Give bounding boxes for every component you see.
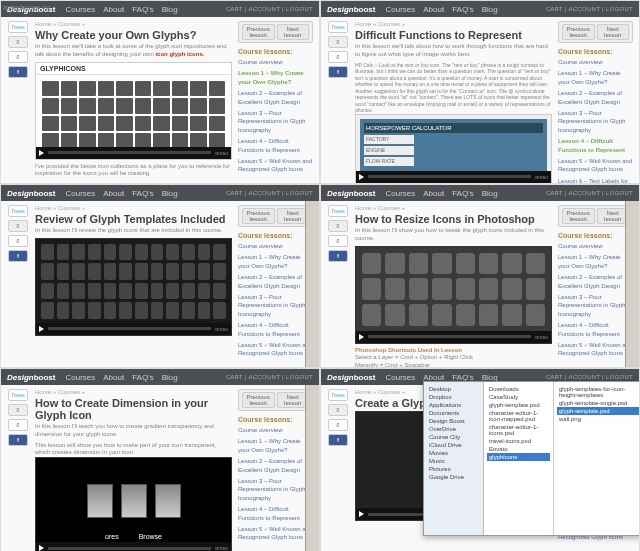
nav-about[interactable]: About	[103, 5, 124, 14]
fb-button[interactable]: f	[8, 66, 28, 78]
lessons-heading: Course lessons:	[238, 48, 313, 55]
finder-item[interactable]: Envato	[487, 445, 550, 453]
finder-item[interactable]: character-editor-1-icon-mapped.psd	[487, 409, 550, 423]
video-controls[interactable]: vimeo	[36, 147, 231, 159]
tweet-count: 0	[8, 36, 28, 48]
finder-loc[interactable]: Applications	[427, 401, 480, 409]
lesson-link[interactable]: Lesson 1 – Why Create your Own Glyphs?	[238, 69, 313, 86]
finder-item[interactable]: travel-icons.psd	[487, 437, 550, 445]
video-player[interactable]: oresBrowse vimeo	[35, 457, 232, 551]
lesson-link[interactable]: Lesson 3 – Poor Representations in Glyph…	[238, 109, 313, 134]
video-player[interactable]: vimeo	[355, 246, 552, 344]
finder-sidebar: Desktop Dropbox Applications Documents D…	[424, 382, 484, 535]
glyph-grid	[36, 75, 231, 155]
page-title: How to Create Dimension in your Glyph Ic…	[35, 397, 232, 421]
ps-toolbar[interactable]	[625, 201, 639, 367]
finder-item[interactable]: glyph-template.psd	[487, 401, 550, 409]
finder-item[interactable]: glyph-template-single.psd	[557, 399, 639, 407]
panel-glyphs: avaxhome.cc Designboost Courses About FA…	[0, 0, 320, 184]
lesson-link[interactable]: Course overview	[238, 58, 313, 66]
glyph-header: GLYPHICONS	[36, 63, 231, 75]
finder-loc[interactable]: Desktop	[427, 385, 480, 393]
finder-loc[interactable]: Design Boost	[427, 417, 480, 425]
prev-lesson[interactable]: Previous lesson	[242, 24, 275, 40]
account-nav[interactable]: CART | ACCOUNT | LOGOUT	[226, 6, 313, 12]
body-note: I've provided the below icon collections…	[35, 163, 232, 179]
video-player[interactable]: GLYPHICONS vimeo	[35, 62, 232, 160]
topbar: Designboost CoursesAboutFAQ'sBlog CART |…	[321, 1, 639, 17]
panel-resize: Designboost CoursesAboutFAQ'sBlog CART |…	[320, 184, 640, 368]
page-title: Why Create your Own Glyphs?	[35, 29, 232, 41]
page-title: Review of Glyph Templates Included	[35, 213, 232, 225]
watermark: avaxhome.cc	[3, 3, 50, 12]
thumbnail-grid: avaxhome.cc Designboost Courses About FA…	[0, 0, 640, 551]
nav-courses[interactable]: Courses	[65, 5, 95, 14]
box-icon	[121, 484, 147, 518]
main-nav: Courses About FAQ's Blog	[65, 5, 177, 14]
finder-loc[interactable]: Documents	[427, 409, 480, 417]
panel-dimension: Designboost CoursesAboutFAQ'sBlog CART |…	[0, 368, 320, 551]
finder-loc[interactable]: OverDrive	[427, 425, 480, 433]
page-title: How to Resize Icons in Photoshop	[355, 213, 552, 225]
tweet-button[interactable]: Tweet	[8, 21, 28, 33]
logo[interactable]: Designboost	[327, 5, 375, 14]
body-note: HP Calc – Look at the rent or buy icon. …	[355, 62, 552, 114]
subtitle: In this lesson we'll take a look at some…	[35, 43, 232, 59]
box-icon	[87, 484, 113, 518]
finder-loc[interactable]: Pictures	[427, 465, 480, 473]
next-lesson[interactable]: Next lesson	[277, 24, 310, 40]
finder-loc[interactable]: iCloud Drive	[427, 441, 480, 449]
box-icon	[155, 484, 181, 518]
video-player[interactable]: HORSEPOWER CALCULATOR FACTORY ENGINE FLO…	[355, 114, 552, 184]
nav-blog[interactable]: Blog	[162, 5, 178, 14]
lesson-link[interactable]: Lesson 5 – Well Known and Recognized Gly…	[238, 157, 313, 174]
ps-icon-grid	[356, 247, 551, 332]
finder-col-1: Downloads CaseStudy glyph-template.psd c…	[484, 382, 554, 535]
finder-loc[interactable]: Course City	[427, 433, 480, 441]
breadcrumb[interactable]: Home » Courses »	[35, 21, 232, 27]
lesson-link[interactable]: Lesson 4 – Difficult Functions to Repres…	[238, 137, 313, 154]
gplus-button[interactable]: 0	[8, 51, 28, 63]
lesson-sidebar: Previous lessonNext lesson Course lesson…	[238, 21, 313, 178]
finder-loc[interactable]: Movies	[427, 449, 480, 457]
finder-item[interactable]: CaseStudy	[487, 393, 550, 401]
finder-item-selected[interactable]: glyphicons	[487, 453, 550, 461]
share-col: Tweet 0 0 f	[7, 21, 29, 178]
page-title: Difficult Functions to Represent	[355, 29, 552, 41]
product-boxes: oresBrowse	[36, 458, 231, 543]
panel-difficult: Designboost CoursesAboutFAQ'sBlog CART |…	[320, 0, 640, 184]
finder-loc[interactable]: Dropbox	[427, 393, 480, 401]
nav-faqs[interactable]: FAQ's	[132, 5, 154, 14]
finder-item[interactable]: Downloads	[487, 385, 550, 393]
prev-next: Previous lessonNext lesson	[238, 21, 313, 43]
dark-icon-grid	[36, 239, 231, 324]
finder-item[interactable]: character-editor-1-icons.psd	[487, 423, 550, 437]
finder-col-2: glyph-templates-for-icon-height-template…	[554, 382, 640, 535]
finder-loc[interactable]: Music	[427, 457, 480, 465]
lesson-link[interactable]: Lesson 2 – Examples of Excellent Glyph D…	[238, 89, 313, 106]
finder-item[interactable]: wall.png	[557, 415, 639, 423]
panel-templates: Designboost CoursesAboutFAQ'sBlog CART |…	[0, 184, 320, 368]
finder-item[interactable]: glyph-templates-for-icon-height-template…	[557, 385, 639, 399]
ps-toolbar[interactable]	[305, 201, 319, 367]
play-icon[interactable]	[39, 150, 44, 156]
panel-create: Designboost CoursesAboutFAQ'sBlog CART |…	[320, 368, 640, 551]
finder-loc[interactable]: Google Drive	[427, 473, 480, 481]
video-player[interactable]: vimeo	[35, 238, 232, 336]
finder-window[interactable]: Desktop Dropbox Applications Documents D…	[423, 381, 640, 536]
finder-item-selected[interactable]: glyph-template.psd	[557, 407, 639, 415]
ps-toolbar[interactable]	[305, 385, 319, 551]
